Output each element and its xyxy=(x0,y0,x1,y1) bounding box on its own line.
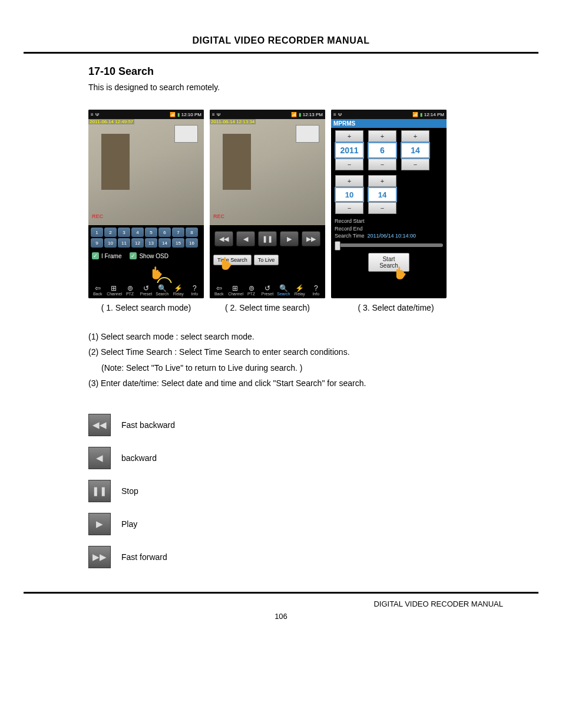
month-spinner: 6 xyxy=(368,130,397,170)
toolbar-relay[interactable]: ⚡Relay xyxy=(293,285,307,296)
legend-label: Fast forward xyxy=(121,552,167,562)
channel-button[interactable]: 2 xyxy=(104,228,117,237)
channel-button[interactable]: 5 xyxy=(145,228,157,237)
year-minus-button[interactable] xyxy=(335,159,363,170)
toolbar-back[interactable]: ⇦Back xyxy=(91,285,105,296)
channel-button[interactable]: 3 xyxy=(118,228,130,237)
year-plus-button[interactable] xyxy=(335,130,363,142)
time-slider[interactable] xyxy=(335,243,443,247)
toolbar-channel[interactable]: ⊞Channel xyxy=(107,285,121,296)
ptz-icon: ⊚ xyxy=(123,285,137,292)
channel-button[interactable]: 6 xyxy=(158,228,171,237)
minute-minus-button[interactable] xyxy=(368,202,396,214)
toolbar-info[interactable]: ?Info xyxy=(187,285,201,296)
hour-plus-button[interactable] xyxy=(335,175,363,187)
fast-forward-button[interactable]: ▶▶ xyxy=(302,231,320,246)
stop-icon: ❚❚ xyxy=(88,480,111,502)
channel-button[interactable]: 16 xyxy=(186,238,198,248)
playback-controls: ◀◀ ◀ ❚❚ ▶ ▶▶ xyxy=(210,225,325,252)
menu-icon: ≡ xyxy=(333,112,336,117)
status-bar: ≡ Ψ 📶 ▮ 12:10 PM xyxy=(88,110,204,119)
page: DIGITAL VIDEO RECORDER MANUAL 17-10 Sear… xyxy=(0,0,562,638)
hour-minus-button[interactable] xyxy=(335,202,363,214)
channel-button[interactable]: 15 xyxy=(172,238,184,248)
battery-icon: ▮ xyxy=(420,112,422,117)
toolbar-ptz[interactable]: ⊚PTZ xyxy=(123,285,137,296)
toolbar-channel[interactable]: ⊞Channel xyxy=(228,285,242,296)
minute-plus-button[interactable] xyxy=(368,175,396,187)
screenshot-1: ≡ Ψ 📶 ▮ 12:10 PM 2011-06-14 12:49:57 REC xyxy=(88,110,204,298)
channel-button[interactable]: 10 xyxy=(104,238,117,248)
divider-top xyxy=(24,52,538,54)
channel-button[interactable]: 4 xyxy=(131,228,144,237)
hour-spinner: 10 xyxy=(335,175,364,214)
intro-text: This is designed to search remotely. xyxy=(88,83,515,92)
iframe-checkbox[interactable]: ✓ xyxy=(92,252,99,259)
step-2: (2) Select Time Search : Select Time Sea… xyxy=(88,345,515,358)
status-bar: ≡ Ψ 📶 ▮ 12:13 PM xyxy=(210,110,325,119)
usb-icon: Ψ xyxy=(217,112,221,117)
channel-button[interactable]: 11 xyxy=(118,238,130,248)
day-value: 14 xyxy=(401,142,430,159)
battery-icon: ▮ xyxy=(177,112,180,117)
month-minus-button[interactable] xyxy=(368,159,396,170)
toolbar-info[interactable]: ?Info xyxy=(309,285,323,296)
footer-text: DIGITAL VIDEO RECODER MANUAL xyxy=(24,599,503,608)
day-spinner: 14 xyxy=(401,130,430,170)
fast-backward-icon: ◀◀ xyxy=(88,414,111,436)
osd-checkbox[interactable]: ✓ xyxy=(130,252,137,259)
channel-button[interactable]: 9 xyxy=(91,238,103,248)
checkbox-row: ✓ I Frame ✓ Show OSD xyxy=(88,250,204,262)
captions-row: ( 1. Select search mode) ( 2. Select tim… xyxy=(88,303,515,312)
backward-button[interactable]: ◀ xyxy=(236,231,255,246)
channel-button[interactable]: 13 xyxy=(145,238,157,248)
icon-legend: ◀◀ Fast backward ◀ backward ❚❚ Stop ▶ Pl… xyxy=(88,414,515,568)
legend-row: ▶▶ Fast forward xyxy=(88,546,515,568)
channel-button[interactable]: 12 xyxy=(131,238,144,248)
info-icon: ? xyxy=(187,285,201,292)
minute-value: 14 xyxy=(368,187,397,202)
menu-icon: ≡ xyxy=(91,112,94,117)
toolbar-search[interactable]: 🔍Search xyxy=(276,285,290,296)
legend-label: Play xyxy=(121,519,137,529)
toolbar-search[interactable]: 🔍Search xyxy=(155,285,169,296)
to-live-button[interactable]: To Live xyxy=(254,255,279,265)
step-1: (1) Select search mode : select search m… xyxy=(88,330,515,343)
step-2-note: (Note: Select "To Live" to return to Liv… xyxy=(101,361,515,374)
toolbar-preset[interactable]: ↺Preset xyxy=(139,285,153,296)
toolbar-preset[interactable]: ↺Preset xyxy=(260,285,275,296)
rec-label: REC xyxy=(213,213,224,219)
channel-button[interactable]: 7 xyxy=(172,228,184,237)
door-shape xyxy=(101,134,130,190)
poster-shape xyxy=(174,125,198,143)
toolbar-relay[interactable]: ⚡Relay xyxy=(171,285,186,296)
wifi-icon: 📶 xyxy=(291,112,297,117)
channel-button[interactable]: 14 xyxy=(158,238,171,248)
stop-button[interactable]: ❚❚ xyxy=(258,231,277,246)
poster-shape xyxy=(296,125,319,143)
time-spinner-row: 10 14 xyxy=(331,173,447,216)
menu-icon: ≡ xyxy=(212,112,215,117)
fast-backward-button[interactable]: ◀◀ xyxy=(214,231,233,246)
toolbar-back[interactable]: ⇦Back xyxy=(212,285,226,296)
day-minus-button[interactable] xyxy=(401,159,429,170)
app-title: MPRMS xyxy=(331,119,447,128)
search-icon: 🔍 xyxy=(155,285,169,292)
channel-button[interactable]: 8 xyxy=(186,228,198,237)
back-icon: ⇦ xyxy=(212,285,226,292)
slider-thumb[interactable] xyxy=(335,241,340,251)
hand-cursor-icon xyxy=(220,256,233,271)
fast-forward-icon: ▶▶ xyxy=(88,546,111,568)
channel-button[interactable]: 1 xyxy=(91,228,103,237)
status-left-icons: ≡ Ψ xyxy=(212,112,220,117)
day-plus-button[interactable] xyxy=(401,130,429,142)
play-icon: ▶ xyxy=(88,513,111,535)
relay-icon: ⚡ xyxy=(171,285,186,292)
clock: 12:14 PM xyxy=(424,112,444,117)
play-button[interactable]: ▶ xyxy=(280,231,299,246)
year-spinner: 2011 xyxy=(335,130,364,170)
toolbar-ptz[interactable]: ⊚PTZ xyxy=(244,285,259,296)
legend-row: ◀ backward xyxy=(88,447,515,469)
legend-label: Fast backward xyxy=(121,420,175,430)
month-plus-button[interactable] xyxy=(368,130,396,142)
